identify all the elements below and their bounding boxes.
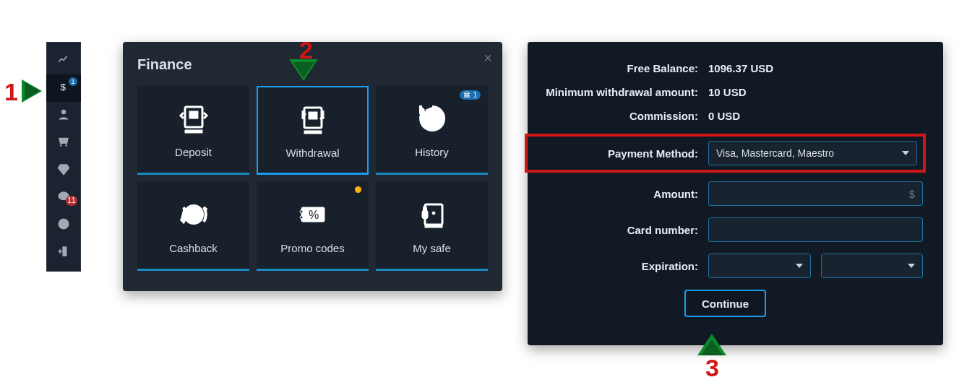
promo-icon: % <box>296 197 330 235</box>
row-min-amount: Minimum withdrawal amount: 10 USD <box>528 86 923 98</box>
tile-label: Promo codes <box>280 242 344 254</box>
sidebar-item-profile[interactable] <box>46 102 81 129</box>
label-amount: Amount: <box>528 188 708 200</box>
tile-label: Deposit <box>175 146 212 158</box>
notification-dot <box>355 186 361 193</box>
sidebar-item-cart[interactable] <box>46 129 81 157</box>
value-free-balance: 1096.37 USD <box>708 62 773 74</box>
card-number-input[interactable] <box>708 217 923 242</box>
highlight-box: Payment Method: Visa, Mastercard, Maestr… <box>525 134 926 173</box>
logout-icon <box>57 245 70 261</box>
sidebar-item-logout[interactable] <box>46 239 81 267</box>
svg-rect-18 <box>425 225 442 228</box>
diamond-icon <box>57 163 70 178</box>
tile-withdrawal[interactable]: Withdrawal <box>257 86 369 175</box>
tile-history[interactable]: 🏛 1 History <box>376 86 488 175</box>
expiration-month-select[interactable] <box>708 254 811 278</box>
svg-rect-6 <box>189 111 198 118</box>
svg-text:%: % <box>309 209 319 221</box>
sidebar-item-chat[interactable]: 11 <box>46 184 81 212</box>
value-min-amount: 10 USD <box>708 86 747 98</box>
row-commission: Commission: 0 USD <box>528 110 923 122</box>
row-payment-method: Payment Method: Visa, Mastercard, Maestr… <box>528 141 917 165</box>
finance-grid: Deposit Withdrawal 🏛 1 History $ Cashbac… <box>137 86 488 271</box>
svg-point-15 <box>300 210 303 213</box>
chevron-down-icon <box>908 264 915 268</box>
tile-label: Cashback <box>169 242 218 254</box>
cashback-icon: $ <box>176 197 211 235</box>
history-icon <box>415 101 450 139</box>
sidebar-item-chart[interactable] <box>46 47 81 74</box>
annotation-2: 2 <box>299 36 313 64</box>
sidebar-item-vip[interactable] <box>46 157 81 184</box>
bank-icon: 🏛 <box>463 91 470 99</box>
expiration-year-select[interactable] <box>821 254 924 278</box>
safe-icon <box>415 197 450 235</box>
svg-rect-10 <box>304 131 322 134</box>
badge: 1 <box>69 77 77 86</box>
svg-rect-9 <box>309 112 317 119</box>
row-free-balance: Free Balance: 1096.37 USD <box>528 62 923 74</box>
history-badge: 🏛 1 <box>460 90 481 100</box>
label-card-number: Card number: <box>528 224 708 236</box>
withdrawal-form: Free Balance: 1096.37 USD Minimum withdr… <box>528 42 943 345</box>
chevron-down-icon <box>902 151 909 155</box>
label-expiration: Expiration: <box>528 260 708 272</box>
close-icon[interactable]: × <box>483 51 492 65</box>
tile-label: Withdrawal <box>285 147 339 159</box>
row-expiration: Expiration: <box>528 254 923 278</box>
currency-suffix: $ <box>909 188 915 200</box>
svg-rect-20 <box>422 210 428 219</box>
amount-input[interactable]: $ <box>708 181 923 206</box>
sidebar-item-help[interactable]: ? <box>46 212 81 239</box>
tile-deposit[interactable]: Deposit <box>137 86 249 175</box>
svg-point-19 <box>432 212 435 215</box>
help-icon: ? <box>57 217 70 233</box>
svg-text:?: ? <box>61 220 66 228</box>
label-commission: Commission: <box>528 110 708 122</box>
user-icon <box>57 108 70 124</box>
annotation-3: 3 <box>705 354 719 382</box>
withdrawal-icon <box>296 102 330 139</box>
svg-text:$: $ <box>61 82 66 92</box>
label-payment-method: Payment Method: <box>528 147 708 160</box>
tile-label: History <box>415 146 449 158</box>
arrow-right-icon <box>22 79 42 103</box>
payment-method-value: Visa, Mastercard, Maestro <box>716 147 834 159</box>
row-amount: Amount: $ <box>528 181 923 206</box>
svg-text:$: $ <box>189 209 196 221</box>
badge: 11 <box>66 196 77 206</box>
arrow-up-icon <box>697 334 726 355</box>
row-card-number: Card number: <box>528 217 923 242</box>
tile-cashback[interactable]: $ Cashback <box>137 182 249 271</box>
sidebar: $ 1 11 ? <box>46 42 81 272</box>
label-min-amount: Minimum withdrawal amount: <box>528 86 708 98</box>
cart-icon <box>57 135 70 151</box>
label-free-balance: Free Balance: <box>528 62 708 74</box>
payment-method-select[interactable]: Visa, Mastercard, Maestro <box>708 141 917 165</box>
tile-promocodes[interactable]: % Promo codes <box>257 182 369 271</box>
deposit-icon <box>176 101 211 139</box>
value-commission: 0 USD <box>708 110 740 122</box>
sidebar-item-finance[interactable]: $ 1 <box>46 74 81 102</box>
tile-mysafe[interactable]: My safe <box>376 182 488 271</box>
annotation-1: 1 <box>4 78 18 106</box>
chevron-down-icon <box>796 264 803 268</box>
svg-point-1 <box>61 110 66 114</box>
chart-icon <box>57 53 70 69</box>
svg-rect-7 <box>185 130 202 133</box>
tile-label: My safe <box>413 242 451 254</box>
continue-button[interactable]: Continue <box>684 290 766 317</box>
svg-point-16 <box>300 216 303 219</box>
